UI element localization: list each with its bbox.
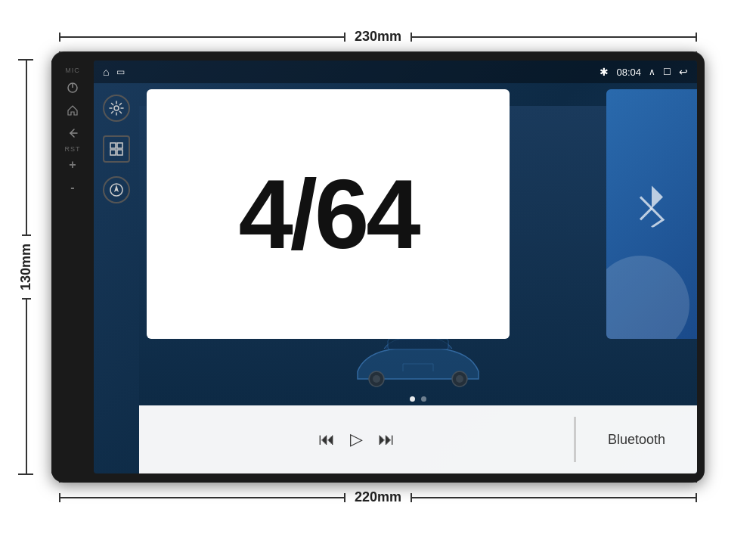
home-button[interactable]	[60, 100, 85, 121]
power-button[interactable]	[60, 77, 85, 98]
page-dot-2	[421, 396, 426, 402]
mic-label: MIC	[65, 67, 80, 74]
page-indicator	[410, 396, 426, 402]
svg-rect-3	[110, 143, 116, 148]
page-dot-1	[410, 396, 415, 402]
play-button[interactable]: ▷	[350, 430, 363, 449]
chevron-up-icon: ∧	[649, 67, 655, 77]
home-icon[interactable]: ⌂	[103, 66, 109, 78]
left-button-panel: MIC RST + -	[51, 61, 94, 473]
next-button[interactable]: ⏭	[378, 430, 395, 449]
player-divider	[574, 417, 576, 462]
back-button[interactable]	[60, 123, 85, 144]
left-dimension-line-top	[26, 59, 27, 236]
bottom-dimension-label: 220mm	[345, 489, 411, 505]
svg-rect-9	[388, 339, 448, 349]
vol-down-button[interactable]: -	[60, 177, 85, 198]
bluetooth-button[interactable]: Bluetooth	[584, 405, 689, 473]
sidebar-apps-icon[interactable]	[103, 135, 130, 163]
top-dimension: 230mm	[59, 29, 697, 45]
player-bar: ⏮ ▷ ⏭ Bluetooth	[139, 405, 697, 473]
prev-button[interactable]: ⏮	[318, 430, 335, 449]
time-display: 08:04	[616, 67, 641, 78]
left-dimension: 130mm	[18, 59, 34, 475]
svg-rect-6	[117, 150, 122, 155]
vol-up-button[interactable]: +	[60, 154, 85, 175]
minimize-icon[interactable]: ▭	[116, 67, 125, 77]
left-dimension-label: 130mm	[18, 236, 34, 298]
screen: ⌂ ▭ ✱ 08:04 ∧ ☐ ↩	[94, 61, 697, 473]
sidebar-settings-icon[interactable]	[103, 95, 130, 122]
top-dimension-line	[59, 36, 345, 38]
rst-label: RST	[65, 145, 81, 153]
player-controls: ⏮ ▷ ⏭	[147, 430, 566, 449]
svg-rect-4	[117, 143, 122, 148]
bluetooth-icon: ✱	[600, 66, 609, 78]
bt-circle-decoration	[606, 256, 689, 339]
bluetooth-panel	[606, 89, 697, 339]
svg-point-11	[373, 375, 380, 383]
overlay-card: 4/64	[147, 89, 510, 339]
sidebar	[94, 83, 139, 473]
memory-spec-text: 4/64	[238, 157, 417, 271]
bottom-dimension: 220mm	[59, 489, 697, 505]
left-dimension-line-bottom	[26, 298, 27, 475]
svg-marker-8	[114, 185, 119, 192]
status-bar-left: ⌂ ▭	[103, 66, 125, 78]
back-icon[interactable]: ↩	[679, 66, 688, 78]
bluetooth-button-label: Bluetooth	[608, 432, 665, 448]
svg-point-2	[114, 106, 119, 110]
bottom-dimension-line	[59, 497, 345, 498]
device-shell: MIC RST + - ⌂ ▭	[51, 51, 705, 483]
status-bar-right: ✱ 08:04 ∧ ☐ ↩	[600, 66, 688, 78]
bluetooth-large-icon	[633, 182, 671, 235]
main-content: 4/64	[139, 83, 697, 473]
sidebar-navigation-icon[interactable]	[103, 176, 130, 203]
bottom-dimension-line-right	[411, 497, 697, 498]
svg-point-13	[456, 375, 463, 383]
svg-rect-5	[110, 150, 116, 155]
top-dimension-line-right	[411, 36, 697, 38]
status-bar: ⌂ ▭ ✱ 08:04 ∧ ☐ ↩	[94, 61, 697, 83]
top-dimension-label: 230mm	[345, 29, 411, 45]
window-icon[interactable]: ☐	[663, 67, 671, 77]
